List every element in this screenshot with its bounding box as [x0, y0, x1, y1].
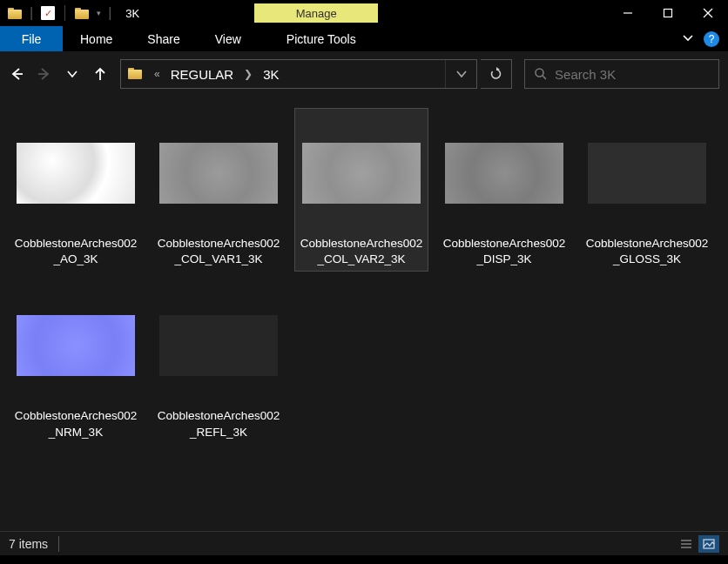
context-tab-header[interactable]: Manage: [254, 3, 378, 23]
texture-thumb-icon: [17, 315, 135, 376]
ribbon-expand-icon[interactable]: [681, 30, 695, 47]
file-grid[interactable]: CobblestoneArches002_AO_3KCobblestoneArc…: [0, 96, 728, 531]
breadcrumb-regular[interactable]: REGULAR: [164, 60, 241, 88]
svg-point-7: [536, 69, 543, 77]
file-item-0[interactable]: CobblestoneArches002_AO_3K: [9, 108, 143, 272]
file-thumbnail: [12, 112, 139, 234]
file-name-label: CobblestoneArches002_NRM_3K: [13, 408, 138, 440]
status-separator: [58, 536, 59, 552]
address-history-dropdown[interactable]: [445, 60, 476, 88]
refresh-button[interactable]: [481, 59, 512, 89]
file-thumbnail: [298, 112, 425, 234]
file-thumbnail: [441, 112, 568, 234]
qat-separator: |: [108, 5, 111, 21]
file-name-label: CobblestoneArches002_REFL_3K: [156, 408, 281, 440]
nav-buttons: [9, 66, 117, 82]
tab-picture-tools[interactable]: Picture Tools: [269, 26, 374, 51]
app-folder-icon: [74, 5, 90, 21]
texture-thumb-icon: [445, 143, 563, 204]
file-name-label: CobblestoneArches002_COL_VAR2_3K: [299, 236, 424, 267]
file-item-1[interactable]: CobblestoneArches002_COL_VAR1_3K: [152, 108, 286, 272]
file-name-label: CobblestoneArches002_AO_3K: [13, 236, 138, 267]
window-title: 3K: [125, 7, 139, 20]
file-item-3[interactable]: CobblestoneArches002_DISP_3K: [437, 108, 571, 272]
history-dropdown[interactable]: [64, 66, 80, 82]
texture-thumb-icon: [159, 315, 278, 376]
navigation-bar: « REGULAR ❯ 3K: [0, 52, 728, 96]
file-name-label: CobblestoneArches002_DISP_3K: [442, 236, 567, 267]
file-item-5[interactable]: CobblestoneArches002_NRM_3K: [9, 280, 143, 444]
help-button[interactable]: ?: [704, 31, 719, 47]
title-bar: | ✓ ▾ | 3K Manage: [0, 0, 728, 26]
properties-icon[interactable]: ✓: [40, 5, 56, 21]
file-item-6[interactable]: CobblestoneArches002_REFL_3K: [152, 280, 286, 444]
texture-thumb-icon: [159, 143, 278, 204]
view-toggle: [676, 535, 719, 553]
qat-divider: [64, 5, 65, 21]
address-bar[interactable]: « REGULAR ❯ 3K: [120, 59, 477, 89]
search-box[interactable]: [524, 59, 719, 89]
breadcrumb-chevron-icon[interactable]: ❯: [240, 68, 256, 80]
breadcrumb-overflow[interactable]: «: [151, 68, 164, 80]
quick-access-toolbar: | ✓ ▾ |: [0, 5, 113, 21]
item-count: 7 items: [9, 537, 48, 551]
file-tab[interactable]: File: [0, 26, 63, 51]
minimize-button[interactable]: [608, 0, 648, 26]
file-item-4[interactable]: CobblestoneArches002_GLOSS_3K: [580, 108, 714, 272]
file-item-2[interactable]: CobblestoneArches002_COL_VAR2_3K: [294, 108, 428, 272]
window-controls: [608, 0, 728, 26]
file-thumbnail: [12, 285, 139, 406]
qat-dropdown-icon[interactable]: ▾: [97, 9, 101, 17]
breadcrumb-label: REGULAR: [171, 67, 234, 82]
file-thumbnail: [155, 112, 282, 234]
search-icon: [534, 67, 546, 81]
file-thumbnail: [155, 285, 282, 406]
file-name-label: CobblestoneArches002_GLOSS_3K: [584, 236, 710, 267]
file-thumbnail: [583, 112, 711, 234]
texture-thumb-icon: [588, 143, 706, 204]
svg-rect-1: [664, 10, 672, 17]
close-button[interactable]: [688, 0, 728, 26]
back-button[interactable]: [9, 66, 24, 82]
texture-thumb-icon: [17, 143, 135, 204]
address-folder-icon[interactable]: [121, 60, 151, 88]
maximize-button[interactable]: [648, 0, 688, 26]
breadcrumb-label: 3K: [263, 67, 279, 82]
qat-separator: |: [30, 5, 33, 21]
tab-share[interactable]: Share: [130, 26, 197, 51]
details-view-button[interactable]: [676, 535, 697, 553]
svg-rect-12: [704, 540, 714, 548]
svg-line-8: [543, 76, 546, 79]
up-button[interactable]: [92, 66, 108, 82]
ribbon-tabs: File Home Share View Picture Tools ?: [0, 26, 728, 52]
search-input[interactable]: [555, 67, 710, 82]
tab-view[interactable]: View: [198, 26, 259, 51]
status-bar: 7 items: [0, 531, 728, 555]
forward-button[interactable]: [37, 66, 52, 82]
thumbnail-view-button[interactable]: [698, 535, 719, 553]
breadcrumb-3k[interactable]: 3K: [256, 60, 286, 88]
file-name-label: CobblestoneArches002_COL_VAR1_3K: [156, 236, 281, 267]
texture-thumb-icon: [302, 143, 421, 204]
tab-home[interactable]: Home: [63, 26, 130, 51]
folder-type-icon: [7, 5, 23, 21]
